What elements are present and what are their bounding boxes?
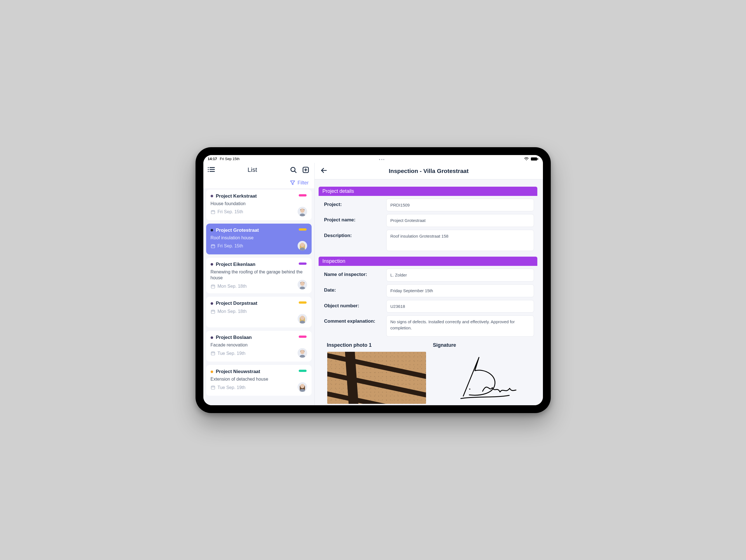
svg-rect-21 (211, 245, 215, 248)
svg-point-52 (469, 388, 470, 390)
calendar-icon (211, 209, 216, 214)
project-title: Project Nieuwstraat (216, 369, 260, 374)
content[interactable]: Project details Project: PRDI1509 Projec… (315, 179, 543, 405)
svg-point-20 (300, 208, 304, 213)
calendar-icon (211, 284, 216, 289)
svg-rect-15 (211, 211, 215, 214)
screen: 14:17 Fri Sep 15th (203, 155, 543, 405)
status-dot-icon (211, 263, 213, 265)
project-date: Mon Sep. 18th (218, 284, 247, 289)
svg-rect-33 (211, 310, 215, 313)
project-card[interactable]: Project Dorpstraat Mon Sep. 18th (206, 297, 312, 328)
svg-rect-39 (211, 352, 215, 355)
tablet-frame: 14:17 Fri Sep 15th (196, 147, 551, 413)
project-date: Mon Sep. 18th (218, 309, 247, 314)
main-pane: Inspection - Villa Grotestraat Project d… (315, 163, 543, 405)
avatar (297, 348, 307, 358)
svg-line-10 (294, 171, 296, 172)
svg-rect-45 (211, 386, 215, 389)
project-card[interactable]: Project Kerkstraat House foundation Fri … (206, 190, 312, 220)
project-list[interactable]: Project Kerkstraat House foundation Fri … (203, 189, 314, 396)
field-value[interactable]: No signs of defects. Installed correctly… (386, 315, 534, 337)
filter-label: Filter (297, 180, 309, 186)
field-row: Name of inspector: L. Zolder (324, 269, 534, 282)
project-desc: Extension of detached house (211, 376, 307, 382)
status-dot-icon (211, 302, 213, 305)
multitask-dots-icon[interactable] (379, 157, 384, 161)
project-details-fields: Project: PRDI1509 Project name: Project … (319, 196, 537, 257)
svg-point-5 (207, 169, 208, 170)
field-row: Project: PRDI1509 (324, 199, 534, 212)
project-card[interactable]: Project Nieuwstraat Extension of detache… (206, 365, 312, 396)
project-title: Project Dorpstraat (216, 301, 257, 306)
project-desc: House foundation (211, 201, 307, 207)
calendar-icon (211, 385, 216, 390)
project-card[interactable]: Project Eikenlaan Renewing the roofing o… (206, 258, 312, 293)
wifi-icon (524, 157, 529, 161)
tag-pill (299, 262, 307, 265)
search-icon[interactable] (290, 166, 297, 173)
field-value[interactable]: Friday September 15th (386, 284, 534, 297)
tag-pill (299, 228, 307, 231)
project-card[interactable]: Project Boslaan Facade renovation Tue Se… (206, 331, 312, 362)
project-title: Project Grotestraat (216, 227, 259, 233)
menu-icon[interactable] (207, 166, 215, 174)
filter-button[interactable]: Filter (203, 177, 314, 189)
status-dot-icon (211, 370, 213, 373)
status-date: Fri Sep 15th (220, 157, 240, 161)
project-title: Project Eikenlaan (216, 262, 256, 267)
status-bar: 14:17 Fri Sep 15th (203, 155, 543, 163)
field-row: Project name: Project Grotestraat (324, 214, 534, 227)
sidebar: List Filter (203, 163, 315, 405)
status-dot-icon (211, 195, 213, 197)
avatar (297, 382, 307, 392)
project-date: Tue Sep. 19th (218, 385, 246, 390)
project-desc: Roof insulation house (211, 235, 307, 241)
project-card[interactable]: Project Grotestraat Roof insulation hous… (206, 224, 312, 254)
project-title: Project Boslaan (216, 335, 252, 340)
back-icon[interactable] (320, 167, 327, 175)
svg-marker-14 (290, 181, 294, 185)
svg-rect-27 (211, 285, 215, 288)
signature-col: Signature (433, 342, 532, 404)
field-value[interactable]: Roof insulation Grotestraat 158 (386, 230, 534, 251)
section-header-project-details: Project details (319, 187, 537, 196)
svg-rect-1 (530, 157, 537, 160)
field-label: Object number: (324, 300, 381, 309)
svg-point-7 (207, 171, 208, 172)
signature-image[interactable] (433, 352, 532, 404)
field-label: Date: (324, 284, 381, 293)
calendar-icon (211, 351, 216, 356)
field-label: Description: (324, 230, 381, 239)
battery-icon (530, 157, 539, 161)
project-desc: Facade renovation (211, 342, 307, 348)
svg-point-0 (526, 160, 526, 160)
project-date: Fri Sep. 15th (218, 244, 243, 249)
field-row: Date: Friday September 15th (324, 284, 534, 297)
sidebar-title: List (248, 166, 257, 173)
project-title: Project Kerkstraat (216, 193, 257, 199)
svg-point-3 (207, 167, 208, 168)
add-icon[interactable] (302, 166, 309, 173)
field-label: Comment explanation: (324, 315, 381, 324)
tag-pill (299, 194, 307, 196)
main-header: Inspection - Villa Grotestraat (315, 163, 543, 179)
svg-point-26 (300, 243, 304, 247)
sidebar-header: List Filter (203, 163, 314, 189)
tag-pill (299, 336, 307, 338)
calendar-icon (211, 309, 216, 314)
avatar (297, 280, 307, 289)
project-desc: Renewing the roofing of the garage behin… (211, 269, 307, 281)
inspection-photo[interactable] (327, 352, 426, 404)
field-row: Comment explanation: No signs of defects… (324, 315, 534, 337)
field-value[interactable]: U23618 (386, 300, 534, 313)
svg-rect-2 (537, 158, 538, 160)
status-time: 14:17 (208, 157, 217, 161)
field-value[interactable]: L. Zolder (386, 269, 534, 282)
field-value[interactable]: Project Grotestraat (386, 214, 534, 227)
field-value[interactable]: PRDI1509 (386, 199, 534, 212)
photo-title: Inspection photo 1 (327, 342, 426, 348)
status-dot-icon (211, 336, 213, 339)
svg-point-32 (300, 282, 304, 286)
svg-point-50 (300, 384, 304, 388)
